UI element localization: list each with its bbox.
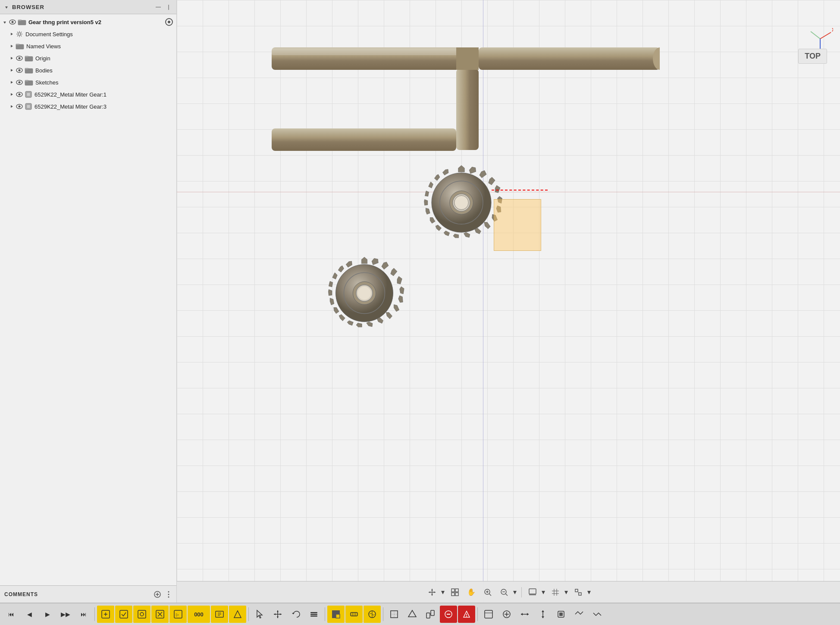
selection-rectangle (494, 199, 541, 251)
tree-item-named-views[interactable]: Named Views (0, 40, 176, 52)
tb-yellow-9[interactable] (345, 606, 363, 623)
tb-move-btn[interactable] (269, 606, 286, 623)
bodies-label: Bodies (35, 67, 53, 74)
zoom-in-btn[interactable] (480, 585, 495, 600)
step-fwd-btn[interactable]: ▶▶ (57, 606, 74, 623)
gear3-eye-icon[interactable] (16, 103, 23, 110)
transform-btn[interactable] (425, 585, 439, 600)
tb-yellow-4[interactable] (151, 606, 169, 623)
bodies-eye-icon[interactable] (16, 66, 23, 74)
tb-yellow-8[interactable] (327, 606, 345, 623)
tree-item-bodies[interactable]: Bodies (0, 64, 176, 76)
sketches-eye-icon[interactable] (16, 78, 23, 86)
tree-item-doc-settings[interactable]: Document Settings (0, 28, 176, 40)
origin-arrow[interactable] (9, 55, 15, 61)
transform-dropdown[interactable]: ▾ (440, 585, 446, 600)
tree-item-gear1[interactable]: 6529K22_Metal Miter Gear:1 (0, 88, 176, 100)
svg-point-26 (19, 69, 21, 72)
gear1-label: 6529K22_Metal Miter Gear:1 (34, 91, 107, 98)
tree-item-sketches[interactable]: Sketches (0, 76, 176, 88)
tb-frame-number[interactable]: 000 (188, 606, 210, 623)
svg-rect-54 (456, 69, 479, 150)
tb-yellow-10[interactable] (364, 606, 381, 623)
grid-btn[interactable] (548, 585, 563, 600)
pan-btn[interactable]: ✋ (464, 585, 479, 600)
root-expand-arrow[interactable] (3, 4, 9, 10)
gear-small[interactable] (323, 252, 405, 334)
svg-line-71 (811, 31, 820, 39)
tb-settings-btn[interactable] (305, 606, 323, 623)
tb-undo-btn[interactable] (287, 606, 304, 623)
tb-yellow-2[interactable] (115, 606, 132, 623)
svg-marker-153 (542, 610, 544, 612)
display-dropdown[interactable]: ▾ (540, 585, 546, 600)
root-target-icon[interactable] (165, 18, 173, 26)
skip-to-end-btn[interactable]: ⏭ (75, 606, 92, 623)
comments-add-btn[interactable] (153, 590, 162, 599)
named-views-arrow[interactable] (9, 43, 15, 49)
tb-final-5[interactable] (552, 606, 570, 623)
root-arrow[interactable] (2, 19, 8, 25)
svg-rect-126 (332, 614, 336, 618)
tb-yellow-5[interactable]: ▷ (169, 606, 187, 623)
tb-final-2[interactable] (498, 606, 515, 623)
grid-dropdown[interactable]: ▾ (563, 585, 569, 600)
svg-line-83 (489, 594, 492, 596)
gear3-component-icon (25, 103, 32, 110)
step-back-btn[interactable]: ◀ (21, 606, 38, 623)
play-btn[interactable]: ▶ (39, 606, 56, 623)
gear3-arrow[interactable] (9, 103, 15, 109)
snap-dropdown[interactable]: ▾ (586, 585, 592, 600)
tb-assemble-btn[interactable] (422, 606, 439, 623)
viewport[interactable]: X Z TOP ▾ (177, 0, 840, 603)
snap-btn[interactable] (571, 585, 586, 600)
display-mode-btn[interactable] (525, 585, 540, 600)
view-indicator-container: X Z TOP (807, 24, 833, 56)
svg-rect-79 (455, 589, 458, 592)
comments-panel-toggle[interactable] (165, 590, 172, 599)
tb-yellow-3[interactable] (133, 606, 150, 623)
tree-item-root[interactable]: Gear thng print version5 v2 (0, 16, 176, 28)
svg-rect-102 (138, 610, 146, 618)
svg-line-15 (17, 35, 18, 36)
tree-item-gear3[interactable]: 6529K22_Metal Miter Gear:3 (0, 100, 176, 112)
view-label[interactable]: TOP (798, 49, 827, 64)
svg-rect-43 (27, 105, 30, 108)
gear-large[interactable] (418, 159, 505, 246)
root-eye-icon[interactable] (9, 18, 16, 26)
origin-eye-icon[interactable] (16, 54, 23, 62)
tb-select-btn[interactable] (251, 606, 268, 623)
root-component-icon (18, 19, 26, 25)
origin-label: Origin (35, 55, 50, 62)
tb-final-7[interactable] (589, 606, 606, 623)
svg-marker-113 (234, 611, 241, 618)
tb-sketch-btn[interactable] (386, 606, 403, 623)
svg-marker-75 (431, 594, 433, 596)
tb-final-6[interactable] (570, 606, 588, 623)
gear1-eye-icon[interactable] (16, 91, 23, 98)
tb-model-btn[interactable] (404, 606, 421, 623)
skip-to-start-btn[interactable]: ⏮ (3, 606, 20, 623)
svg-marker-76 (429, 591, 430, 593)
tb-yellow-1[interactable] (97, 606, 114, 623)
bodies-arrow[interactable] (9, 67, 15, 73)
tb-yellow-7[interactable] (229, 606, 246, 623)
svg-line-12 (17, 32, 18, 33)
sketches-arrow[interactable] (9, 79, 15, 85)
zoom-dropdown[interactable]: ▾ (512, 585, 518, 600)
tb-yellow-6[interactable] (211, 606, 228, 623)
doc-settings-arrow[interactable] (9, 31, 15, 37)
tree-item-origin[interactable]: Origin (0, 52, 176, 64)
sidebar-menu-btn[interactable]: | (164, 3, 173, 11)
tb-red-2[interactable] (458, 606, 475, 623)
bottom-toolbar: ⏮ ◀ ▶ ▶▶ ⏭ ▷ 000 (0, 603, 840, 625)
frames-btn[interactable] (448, 585, 462, 600)
gear1-arrow[interactable] (9, 91, 15, 97)
tb-final-4[interactable] (534, 606, 552, 623)
tb-final-3[interactable] (516, 606, 533, 623)
zoom-fit-btn[interactable] (497, 585, 511, 600)
sidebar-minimize-btn[interactable]: — (154, 3, 163, 11)
tb-final-1[interactable] (480, 606, 497, 623)
svg-point-41 (19, 106, 21, 108)
tb-red-1[interactable] (440, 606, 457, 623)
